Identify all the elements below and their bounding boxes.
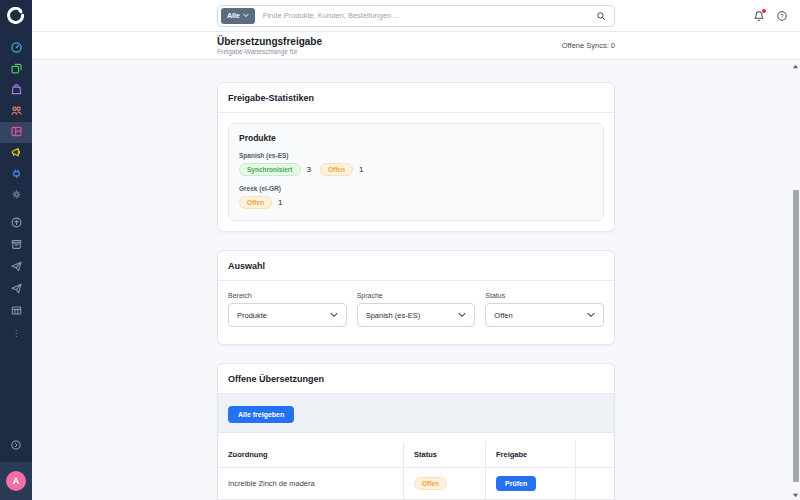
search-input[interactable] bbox=[255, 11, 596, 20]
badge-count: 3 bbox=[307, 165, 311, 174]
approve-all-button[interactable]: Alle freigeben bbox=[228, 406, 294, 423]
topbar: Alle ? bbox=[32, 0, 800, 32]
sidebar-item-customers[interactable] bbox=[0, 101, 32, 122]
sidebar-item-extensions[interactable] bbox=[0, 164, 32, 185]
sidebar-item-content[interactable] bbox=[0, 122, 32, 143]
bereich-select[interactable]: Produkte bbox=[228, 303, 347, 327]
language-label: Greek (el-GR) bbox=[239, 185, 593, 192]
sidebar-item-catalogues[interactable] bbox=[0, 59, 32, 80]
sidebar-item-send-1[interactable] bbox=[0, 257, 32, 279]
cell-empty bbox=[576, 468, 614, 500]
scrollbar-thumb[interactable] bbox=[793, 190, 799, 482]
paper-plane-icon bbox=[10, 259, 23, 277]
table-row[interactable]: Increible Zinch de madera Offen Prüfen bbox=[218, 468, 614, 500]
calculator-icon bbox=[10, 303, 23, 321]
select-value: Spanish (es-ES) bbox=[366, 311, 421, 320]
archive-box-icon bbox=[10, 237, 23, 255]
marketing-icon bbox=[10, 145, 23, 163]
expand-chevron-icon bbox=[10, 437, 22, 455]
sidebar-item-orders[interactable] bbox=[0, 80, 32, 101]
field-status: Status Offen bbox=[485, 292, 604, 327]
badge-count: 1 bbox=[278, 198, 282, 207]
extensions-icon bbox=[10, 166, 23, 184]
open-translations-title: Offene Übersetzungen bbox=[218, 364, 614, 394]
chevron-down-icon bbox=[330, 312, 338, 318]
orders-icon bbox=[10, 82, 23, 100]
search-icon bbox=[596, 11, 606, 21]
shopware-logo[interactable] bbox=[0, 0, 32, 32]
field-label: Sprache bbox=[357, 292, 476, 299]
content-area: Freigabe-Statistiken Produkte Spanish (e… bbox=[32, 60, 800, 500]
sprache-select[interactable]: Spanish (es-ES) bbox=[357, 303, 476, 327]
statistics-card-title: Freigabe-Statistiken bbox=[218, 83, 614, 113]
column-header-zuordnung: Zuordnung bbox=[218, 442, 404, 468]
customers-icon bbox=[10, 103, 23, 121]
statistics-card: Freigabe-Statistiken Produkte Spanish (e… bbox=[217, 82, 615, 232]
badge-count: 1 bbox=[359, 165, 363, 174]
search-filter-label: Alle bbox=[227, 12, 240, 19]
page-subtitle: Freigabe-Warteschlange für bbox=[217, 48, 322, 55]
ellipsis-icon: ⋮ bbox=[12, 330, 20, 338]
select-value: Produkte bbox=[237, 311, 267, 320]
sidebar-item-more[interactable]: ⋮ bbox=[0, 323, 32, 345]
sidebar-item-archive[interactable] bbox=[0, 235, 32, 257]
sidebar-item-calculator[interactable] bbox=[0, 301, 32, 323]
pruefen-button[interactable]: Prüfen bbox=[496, 476, 536, 491]
sidebar-expand-button[interactable] bbox=[0, 436, 32, 456]
open-syncs-counter: Offene Syncs: 0 bbox=[562, 41, 615, 50]
content-icon bbox=[10, 124, 23, 142]
sidebar-utility-group: ⋮ bbox=[0, 213, 32, 345]
topbar-icons: ? bbox=[753, 0, 788, 32]
dashboard-icon bbox=[10, 40, 23, 58]
svg-text:?: ? bbox=[780, 13, 784, 19]
shopware-logo-icon bbox=[7, 7, 25, 25]
status-badge-open: Offen bbox=[414, 477, 447, 490]
avatar[interactable]: A bbox=[6, 471, 26, 491]
column-header-freigabe: Freigabe bbox=[486, 442, 576, 468]
help-icon: ? bbox=[776, 10, 788, 22]
sidebar-item-settings[interactable] bbox=[0, 185, 32, 206]
status-select[interactable]: Offen bbox=[485, 303, 604, 327]
select-value: Offen bbox=[494, 311, 512, 320]
paper-plane-icon bbox=[10, 281, 23, 299]
page-header: Übersetzungsfreigabe Freigabe-Warteschla… bbox=[32, 32, 800, 60]
sidebar-user-section: A bbox=[0, 462, 32, 500]
page-title: Übersetzungsfreigabe bbox=[217, 36, 322, 47]
scrollbar-down-arrow[interactable] bbox=[791, 493, 799, 498]
notifications-button[interactable] bbox=[753, 10, 765, 22]
column-header-empty bbox=[576, 442, 614, 468]
field-label: Bereich bbox=[228, 292, 347, 299]
translations-toolbar: Alle freigeben bbox=[218, 394, 614, 433]
statistics-language-row: Greek (el-GR) Offen 1 bbox=[239, 185, 593, 209]
status-badge-open: Offen bbox=[239, 196, 272, 209]
column-header-status: Status bbox=[404, 442, 486, 468]
sidebar-item-sync[interactable] bbox=[0, 213, 32, 235]
scrollbar-up-arrow[interactable] bbox=[791, 64, 799, 69]
chevron-down-icon bbox=[458, 312, 466, 318]
sidebar-item-marketing[interactable] bbox=[0, 143, 32, 164]
cell-zuordnung: Increible Zinch de madera bbox=[218, 468, 404, 500]
main-area: Alle ? Über bbox=[32, 0, 800, 500]
field-label: Status bbox=[485, 292, 604, 299]
search-filter-button[interactable]: Alle bbox=[221, 8, 255, 24]
translations-table: Zuordnung Status Freigabe Increible Zinc… bbox=[218, 442, 614, 500]
shopware-admin-window: ⋮ A Alle bbox=[0, 0, 800, 500]
statistics-group-products: Produkte Spanish (es-ES) Synchronisiert … bbox=[228, 123, 604, 221]
sync-icon bbox=[10, 215, 23, 233]
table-header-row: Zuordnung Status Freigabe bbox=[218, 442, 614, 468]
language-label: Spanish (es-ES) bbox=[239, 152, 593, 159]
sidebar-item-dashboard[interactable] bbox=[0, 38, 32, 59]
chevron-down-icon bbox=[243, 13, 249, 18]
global-search: Alle bbox=[217, 5, 615, 27]
status-badge-synchronized: Synchronisiert bbox=[239, 163, 301, 176]
sidebar: ⋮ A bbox=[0, 0, 32, 500]
field-bereich: Bereich Produkte bbox=[228, 292, 347, 327]
avatar-initial: A bbox=[13, 476, 20, 486]
chevron-down-icon bbox=[587, 312, 595, 318]
sidebar-item-send-2[interactable] bbox=[0, 279, 32, 301]
selection-card: Auswahl Bereich Produkte Sprache bbox=[217, 250, 615, 345]
selection-card-title: Auswahl bbox=[218, 251, 614, 281]
catalogues-icon bbox=[10, 61, 23, 79]
help-button[interactable]: ? bbox=[776, 10, 788, 22]
field-sprache: Sprache Spanish (es-ES) bbox=[357, 292, 476, 327]
